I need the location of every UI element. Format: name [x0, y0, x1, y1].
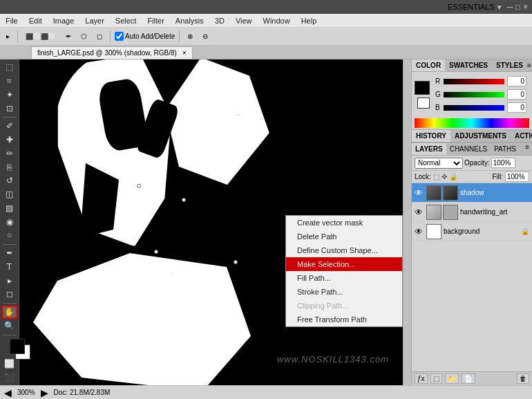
tool-zoom[interactable]: 🔍 [2, 319, 17, 333]
menu-file[interactable]: File [0, 14, 23, 27]
ctx-item-5[interactable]: Stroke Path... [286, 285, 402, 299]
tool-crop[interactable]: ⊡ [2, 102, 17, 115]
green-value[interactable]: 0 [507, 89, 526, 100]
blend-mode-select[interactable]: Normal [415, 158, 463, 169]
menu-help[interactable]: Help [296, 14, 323, 27]
layer-eye-background[interactable]: 👁 [415, 227, 424, 236]
tab-channels[interactable]: CHANNELS [446, 143, 491, 155]
add-mask-btn[interactable]: ⬚ [430, 373, 442, 384]
lock-all-icon[interactable]: 🔒 [449, 173, 457, 180]
tab-layers[interactable]: LAYERS [412, 143, 446, 155]
close-icon[interactable]: × [523, 2, 528, 12]
tool-shapes[interactable]: ◻ [93, 30, 106, 44]
ctx-item-3[interactable]: Make Selection... [286, 257, 402, 271]
tool-eyedropper[interactable]: ✐ [2, 120, 17, 133]
tab-swatches[interactable]: SWATCHES [445, 59, 492, 71]
ctx-item-1[interactable]: Delete Path [286, 230, 402, 243]
layers-blend-row: Normal Opacity: [412, 156, 532, 171]
tool-spot-heal[interactable]: ✚ [2, 133, 17, 147]
fill-input[interactable] [505, 171, 529, 182]
menu-filter[interactable]: Filter [142, 14, 169, 27]
delete-layer-btn[interactable]: 🗑 [517, 373, 529, 384]
tool-stamp[interactable]: ⎘ [2, 160, 17, 174]
auto-add-checkbox[interactable] [115, 32, 124, 41]
menu-window[interactable]: Window [258, 14, 296, 27]
tool-extra-2[interactable]: ⊖ [199, 30, 211, 44]
menu-view[interactable]: View [230, 14, 258, 27]
ctx-item-2[interactable]: Define Custom Shape... [286, 243, 402, 257]
tool-arrow[interactable]: ▸ [3, 30, 13, 44]
tab-actions[interactable]: ACTIONS [511, 130, 532, 142]
menu-analysis[interactable]: Analysis [170, 14, 209, 27]
tab-styles[interactable]: STYLES [492, 59, 527, 71]
menu-edit[interactable]: Edit [23, 14, 48, 27]
tool-extra-1[interactable]: ⊕ [184, 30, 196, 44]
status-nav-right[interactable]: ▶ [41, 387, 48, 398]
opacity-input[interactable] [491, 158, 515, 168]
lock-pixels-icon[interactable]: ⬚ [433, 173, 439, 180]
red-slider[interactable] [444, 79, 504, 84]
color-panel-menu[interactable]: ≡ [527, 62, 531, 69]
menu-3d[interactable]: 3D [209, 14, 230, 27]
status-nav-left[interactable]: ◀ [4, 387, 12, 398]
menu-image[interactable]: Image [48, 14, 80, 27]
tool-text[interactable]: T [2, 260, 17, 273]
menu-select[interactable]: Select [110, 14, 142, 27]
tool-anchor[interactable]: ⬡ [77, 30, 91, 44]
tool-blur[interactable]: ◉ [2, 215, 17, 228]
dropdown-icon[interactable]: ▾ [497, 3, 502, 12]
ctx-item-7[interactable]: Free Transform Path [286, 313, 402, 326]
color-swatches [8, 337, 11, 357]
tool-quick-select[interactable]: ✦ [2, 89, 17, 102]
green-slider[interactable] [444, 92, 504, 98]
tool-path-select[interactable]: ▸ [2, 274, 17, 287]
tab-color[interactable]: COLOR [412, 59, 445, 71]
layer-eye-shadow[interactable]: 👁 [415, 188, 424, 198]
add-style-btn[interactable]: ƒx [415, 373, 428, 384]
layers-panel-menu[interactable]: ≡ [525, 143, 529, 155]
blue-slider[interactable] [444, 105, 504, 111]
new-group-btn[interactable]: 📁 [445, 373, 459, 384]
auto-add-label: Auto Add/Delete [115, 32, 175, 41]
layer-handwriting[interactable]: 👁 handwriting_art [412, 203, 532, 222]
ctx-item-4[interactable]: Fill Path... [286, 271, 402, 285]
color-spectrum-bar[interactable] [415, 118, 529, 128]
tool-shape[interactable]: ◻ [2, 288, 17, 301]
layer-shadow[interactable]: 👁 shadow [412, 183, 532, 203]
layer-mask-shadow [443, 185, 458, 201]
layer-background[interactable]: 👁 background 🔒 [412, 222, 532, 241]
tool-lasso[interactable]: ⌗ [2, 75, 17, 88]
new-layer-btn[interactable]: 📄 [462, 373, 475, 384]
ctx-item-0[interactable]: Create vector mask [286, 216, 402, 230]
tool-pen-variant[interactable]: ✒ [62, 30, 75, 44]
foreground-color[interactable] [10, 339, 25, 354]
red-value[interactable]: 0 [507, 76, 526, 86]
tab-paths[interactable]: PATHS [491, 143, 520, 155]
bg-color-chip[interactable] [417, 98, 430, 109]
tool-pen[interactable]: ✒ [2, 247, 17, 260]
tool-dodge[interactable]: ○ [2, 229, 17, 242]
red-channel-row: R 0 [433, 75, 529, 88]
minimize-icon[interactable]: ─ [507, 2, 513, 12]
tool-gradient[interactable]: ▨ [2, 202, 17, 215]
tool-screen-mode[interactable]: ⬛ [2, 371, 17, 384]
tool-hand[interactable]: ✋ [2, 306, 17, 319]
tool-path-options[interactable]: ⬛⬜⬛⬜ [22, 30, 59, 44]
maximize-icon[interactable]: □ [515, 3, 520, 11]
tool-history-brush[interactable]: ↺ [2, 174, 17, 187]
lock-position-icon[interactable]: ✜ [441, 173, 447, 180]
tab-history[interactable]: HISTORY [412, 130, 450, 142]
tool-select-rect[interactable]: ⬚ [2, 61, 17, 74]
layer-eye-handwriting[interactable]: 👁 [415, 207, 424, 217]
background-lock-icon: 🔒 [521, 228, 529, 235]
tool-eraser[interactable]: ◫ [2, 188, 17, 201]
tab-adjustments[interactable]: ADJUSTMENTS [450, 130, 511, 142]
document-tab[interactable]: finish_LARGE.psd @ 300% (shadow, RGB/8) … [31, 46, 193, 59]
fg-color-chip[interactable] [415, 81, 430, 95]
blue-value[interactable]: 0 [507, 102, 526, 113]
scrollbar[interactable] [403, 59, 411, 385]
menu-layer[interactable]: Layer [79, 14, 110, 27]
tool-brush[interactable]: ✏ [2, 147, 17, 160]
tab-close-btn[interactable]: × [182, 49, 187, 57]
canvas-area[interactable]: www.NOSKILL1343.com Create vector maskDe… [19, 59, 403, 385]
